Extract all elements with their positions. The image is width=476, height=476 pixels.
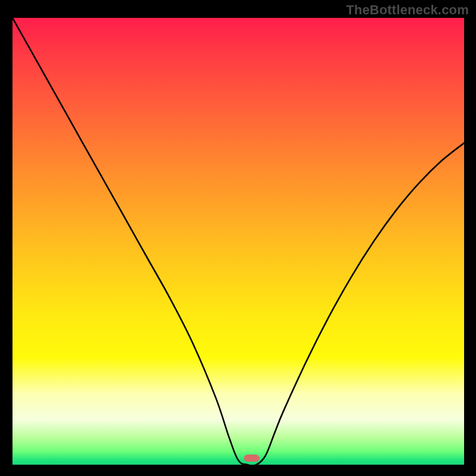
bottleneck-curve: [12, 18, 464, 465]
minimum-marker: [244, 455, 259, 462]
plot-area: [12, 18, 464, 465]
watermark-text: TheBottleneck.com: [346, 2, 469, 18]
curve-path: [12, 18, 464, 465]
chart-frame: TheBottleneck.com: [0, 0, 476, 476]
